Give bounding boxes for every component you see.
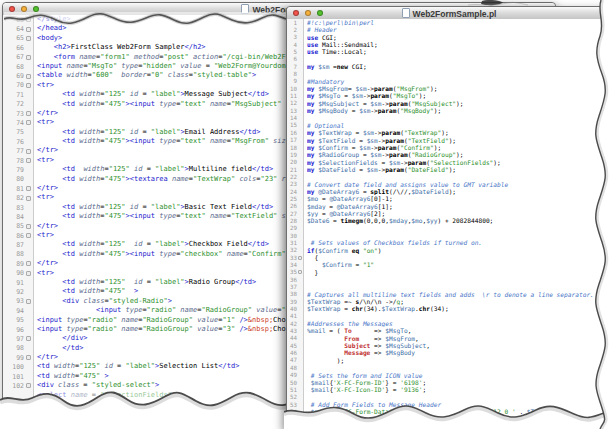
- code-line[interactable]: [307, 276, 610, 283]
- code-area[interactable]: #!c:\perl\bin\perl# Headeruse CGI;use Ma…: [304, 19, 610, 428]
- code-line[interactable]: [307, 283, 610, 290]
- fold-marker-icon[interactable]: [26, 233, 31, 238]
- fold-marker-icon[interactable]: [26, 196, 31, 201]
- fold-marker-icon[interactable]: [298, 256, 302, 260]
- code-line[interactable]: [307, 56, 610, 63]
- code-line[interactable]: my @DateArray6 = split(/\//,$DateField);: [307, 188, 610, 195]
- fold-marker-icon[interactable]: [26, 55, 31, 60]
- fold-spacer: [298, 329, 302, 333]
- gutter-line: 72: [3, 100, 33, 109]
- code-line[interactable]: [307, 114, 610, 121]
- code-line[interactable]: if($Confirm eq "on"): [307, 247, 610, 254]
- line-number: 93: [16, 297, 24, 305]
- code-line[interactable]: my $sm =new CGI;: [307, 63, 610, 70]
- code-line[interactable]: [307, 313, 610, 320]
- code-line[interactable]: }: [307, 269, 610, 276]
- fold-spacer: [26, 102, 31, 107]
- code-line[interactable]: #!c:\perl\bin\perl: [307, 19, 610, 26]
- fold-marker-icon[interactable]: [26, 383, 31, 388]
- code-line[interactable]: use Mail::Sendmail;: [307, 41, 610, 48]
- code-line[interactable]: {: [307, 254, 610, 261]
- fold-spacer: [26, 45, 31, 50]
- fold-spacer: [298, 153, 302, 157]
- fold-marker-icon[interactable]: [26, 120, 31, 125]
- code-line[interactable]: my $SelectionFields = $sm->param("Select…: [307, 159, 610, 166]
- code-line[interactable]: $Confirm = "1": [307, 261, 610, 268]
- gutter-line: 39: [287, 298, 303, 305]
- code-line[interactable]: $TextWrap =~ s/\n/\n ->/g;: [307, 298, 610, 305]
- gutter-line: 8: [287, 70, 303, 77]
- code-line[interactable]: use Time::Local;: [307, 48, 610, 55]
- fold-marker-icon[interactable]: [26, 224, 31, 229]
- code-line[interactable]: [307, 225, 610, 232]
- fold-marker-icon[interactable]: [298, 270, 302, 274]
- code-line[interactable]: #Addresses the Messages: [307, 320, 610, 327]
- code-line[interactable]: Message => $MsgBody: [307, 349, 610, 356]
- line-number: 44: [290, 335, 297, 341]
- line-number: 15: [290, 122, 297, 128]
- code-line[interactable]: [307, 364, 610, 371]
- code-line[interactable]: Subject => $MsgSubject,: [307, 342, 610, 349]
- line-number: 78: [16, 157, 24, 165]
- code-line[interactable]: );: [307, 357, 610, 364]
- code-line[interactable]: use CGI;: [307, 34, 610, 41]
- gutter-line: 5: [287, 48, 303, 55]
- fold-spacer: [26, 374, 31, 379]
- code-line[interactable]: my $MsgBody = $sm->param("MsgBody");: [307, 107, 610, 114]
- fold-marker-icon[interactable]: [26, 299, 31, 304]
- code-line[interactable]: "\n" . "X-FC-FORM-Data:" . '1002 0 ' . $…: [307, 416, 610, 423]
- code-line[interactable]: [307, 173, 610, 180]
- line-number: 13: [290, 108, 297, 114]
- code-line[interactable]: [307, 394, 610, 401]
- code-line[interactable]: # Optional: [307, 122, 610, 129]
- editor-window-perl[interactable]: Web2FormSample.pl 1234567891011121314151…: [286, 6, 610, 429]
- fold-marker-icon[interactable]: [26, 17, 31, 22]
- code-line[interactable]: $Date6 = timegm(0,0,0,$mday,$mo,$yy) + 2…: [307, 217, 610, 224]
- code-line[interactable]: [307, 232, 610, 239]
- code-line[interactable]: # Captures all multiline text fields and…: [307, 291, 610, 298]
- code-line[interactable]: my $MsgSubject = $sm->param("MsgSubject"…: [307, 100, 610, 107]
- code-line[interactable]: $mail{'X-FC-Icon-ID'} = '9136';: [307, 386, 610, 393]
- code-line[interactable]: my $RadioGroup = $sm->param("RadioGroup"…: [307, 151, 610, 158]
- code-line[interactable]: $yy = @DateArray6[2];: [307, 210, 610, 217]
- code-line[interactable]: $mail{'X-FC-Form-Data'} = '1012 0 ' . $T…: [307, 408, 610, 415]
- fold-marker-icon[interactable]: [26, 158, 31, 163]
- code-line[interactable]: my $TextWrap = $sm->param("TextWrap");: [307, 129, 610, 136]
- code-line[interactable]: # Sets the form and ICON value: [307, 372, 610, 379]
- fold-marker-icon[interactable]: [26, 83, 31, 88]
- code-line[interactable]: # Sets values of Checkbox fields if turn…: [307, 239, 610, 246]
- fold-marker-icon[interactable]: [26, 355, 31, 360]
- code-line[interactable]: my $Confirm = $sm->param("Confirm");: [307, 144, 610, 151]
- fold-spacer: [26, 64, 31, 69]
- code-line[interactable]: my $DateField = $sm->param("DateField");: [307, 166, 610, 173]
- code-line[interactable]: [307, 70, 610, 77]
- fold-marker-icon[interactable]: [26, 74, 31, 79]
- fold-marker-icon[interactable]: [26, 36, 31, 41]
- gutter-line: 37: [287, 283, 303, 290]
- gutter-line: 28: [287, 217, 303, 224]
- code-line[interactable]: %mail = ( To => $MsgTo,: [307, 327, 610, 334]
- code-line[interactable]: #Mandatory: [307, 78, 610, 85]
- fold-marker-icon[interactable]: [26, 149, 31, 154]
- fold-marker-icon[interactable]: [26, 336, 31, 341]
- code-line[interactable]: # Header: [307, 26, 610, 33]
- code-line[interactable]: my $MsgTo = $sm->param("MsgTo");: [307, 92, 610, 99]
- line-number: 83: [16, 204, 24, 212]
- code-line[interactable]: # Convert date field and assigns value t…: [307, 181, 610, 188]
- fold-spacer: [298, 50, 302, 54]
- fold-marker-icon[interactable]: [26, 186, 31, 191]
- fold-marker-icon[interactable]: [26, 111, 31, 116]
- code-line[interactable]: my $MsgFrom= $sm->param("MsgFrom");: [307, 85, 610, 92]
- line-number: 27: [290, 211, 297, 217]
- code-line[interactable]: $TextWrap = chr(34).$TextWrap.chr(34);: [307, 305, 610, 312]
- code-line[interactable]: my $TextField = $sm->param("TextField");: [307, 137, 610, 144]
- code-line[interactable]: $mail{'X-FC-Form-ID'} = '6198';: [307, 379, 610, 386]
- fold-marker-icon[interactable]: [26, 271, 31, 276]
- line-number-gutter: 6364656667686970717273747576777879808182…: [3, 15, 34, 415]
- code-line[interactable]: $mday = @DateArray6[1];: [307, 203, 610, 210]
- code-line[interactable]: $mo = @DateArray6[0]-1;: [307, 195, 610, 202]
- fold-marker-icon[interactable]: [26, 261, 31, 266]
- code-line[interactable]: # Add Form Fields to Message Header: [307, 401, 610, 408]
- code-line[interactable]: From => $MsgFrom,: [307, 335, 610, 342]
- fold-marker-icon[interactable]: [26, 27, 31, 32]
